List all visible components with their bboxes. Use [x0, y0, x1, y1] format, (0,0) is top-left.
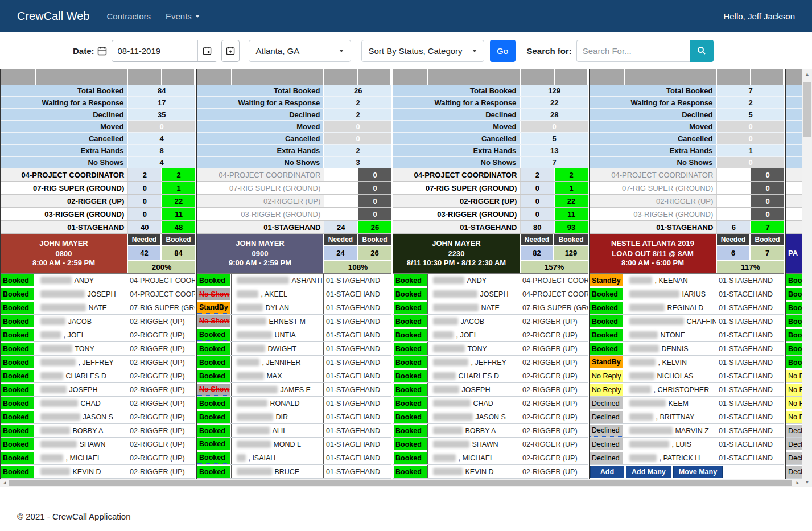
crew-status-badge[interactable]: Booked — [590, 329, 623, 341]
date-input[interactable] — [112, 46, 197, 56]
crew-status-badge[interactable]: Booked — [197, 370, 230, 382]
crew-status-badge[interactable]: Booked — [1, 411, 34, 423]
crew-status-badge[interactable]: Booked — [394, 288, 427, 300]
crew-status-badge[interactable]: Booked — [1, 343, 34, 355]
horizontal-scrollbar[interactable]: ◄ ► — [0, 479, 802, 487]
crew-status-badge[interactable]: Booked — [1, 466, 34, 478]
crew-status-badge[interactable]: Booked — [590, 343, 623, 355]
nav-link-contractors[interactable]: Contractors — [106, 11, 151, 21]
crew-status-badge[interactable]: Booked — [786, 329, 802, 341]
crew-status-badge[interactable]: Booked — [197, 438, 230, 450]
crew-status-badge[interactable]: Booked — [1, 356, 34, 368]
crew-status-badge[interactable]: Booked — [394, 370, 427, 382]
crew-status-badge[interactable]: Booked — [1, 302, 34, 314]
scroll-right-arrow-icon[interactable]: ► — [793, 480, 802, 485]
crew-status-badge[interactable]: No Show — [197, 384, 230, 396]
crew-status-badge[interactable]: Booked — [590, 315, 623, 327]
crew-status-badge[interactable]: Booked — [394, 329, 427, 341]
crew-status-badge[interactable]: Booked — [1, 452, 34, 464]
crew-status-badge[interactable]: Booked — [1, 370, 34, 382]
location-select[interactable]: Atlanta, GA — [249, 40, 351, 62]
crew-status-badge[interactable]: Booked — [197, 411, 230, 423]
search-input[interactable] — [576, 40, 690, 62]
crew-status-badge[interactable]: Booked — [786, 356, 802, 368]
crew-status-badge[interactable]: Booked — [1, 384, 34, 396]
crew-status-badge[interactable]: Booked — [394, 343, 427, 355]
event-title-link[interactable]: PA — [786, 234, 802, 273]
scroll-left-arrow-icon[interactable]: ◄ — [0, 480, 9, 485]
crew-status-badge[interactable]: Declined — [590, 425, 623, 437]
crew-status-badge[interactable]: Booked — [1, 438, 34, 450]
crew-status-badge[interactable]: Booked — [1, 425, 34, 437]
crew-status-badge[interactable]: Booked — [786, 343, 802, 355]
crew-status-badge[interactable]: Booked — [1, 288, 34, 300]
crew-status-badge[interactable]: Booked — [590, 302, 623, 314]
calendar-add-button[interactable] — [221, 40, 240, 62]
scroll-up-arrow-icon[interactable]: ▲ — [802, 72, 812, 77]
crew-status-badge[interactable]: Booked — [197, 274, 230, 286]
search-button[interactable] — [690, 40, 714, 62]
go-button[interactable]: Go — [490, 40, 516, 62]
crew-status-badge[interactable]: Booked — [394, 384, 427, 396]
crew-status-badge[interactable]: Booked — [1, 274, 34, 286]
crew-status-badge[interactable]: Booked — [786, 315, 802, 327]
crew-status-badge[interactable]: Booked — [197, 466, 230, 478]
crew-status-badge[interactable]: Booked — [394, 274, 427, 286]
crew-status-badge[interactable]: Booked — [394, 425, 427, 437]
crew-status-badge[interactable]: Booked — [197, 356, 230, 368]
crew-status-badge[interactable]: StandBy — [197, 302, 230, 314]
crew-status-badge[interactable]: Booked — [590, 288, 623, 300]
crew-status-badge[interactable]: No Reply — [590, 370, 623, 382]
crew-status-badge[interactable]: Booked — [786, 302, 802, 314]
crew-status-badge[interactable]: Booked — [786, 274, 802, 286]
crew-status-badge[interactable]: Booked — [394, 452, 427, 464]
crew-status-badge[interactable]: No Show — [197, 315, 230, 327]
crew-status-badge[interactable]: Declined — [786, 466, 802, 478]
event-title-link[interactable]: JOHN MAYER09009:00 AM - 2:59 PM — [197, 234, 324, 273]
crew-status-badge[interactable]: Booked — [394, 356, 427, 368]
crew-status-badge[interactable]: No Reply — [786, 384, 802, 396]
crew-status-badge[interactable]: Booked — [1, 329, 34, 341]
crew-status-badge[interactable]: Booked — [1, 315, 34, 327]
crew-status-badge[interactable]: No Reply — [786, 411, 802, 423]
crew-status-badge[interactable]: Booked — [197, 343, 230, 355]
crew-status-badge[interactable]: Booked — [394, 315, 427, 327]
crew-status-badge[interactable]: Booked — [197, 425, 230, 437]
add-button[interactable]: Add — [590, 466, 624, 478]
crew-status-badge[interactable]: Booked — [197, 397, 230, 409]
crew-status-badge[interactable]: StandBy — [590, 274, 623, 286]
event-title-link[interactable]: NESTLE ATLANTA 2019LOAD OUT 8/11 @ 8AM8:… — [590, 234, 717, 273]
vertical-scrollbar[interactable]: ▲ ▼ — [802, 69, 812, 487]
add-many-button[interactable]: Add Many — [626, 466, 671, 478]
nav-link-events[interactable]: Events — [166, 11, 200, 21]
scroll-down-arrow-icon[interactable]: ▼ — [802, 480, 812, 485]
crew-status-badge[interactable]: Declined — [590, 438, 623, 450]
crew-status-badge[interactable]: Booked — [394, 302, 427, 314]
crew-status-badge[interactable]: Declined — [786, 452, 802, 464]
crew-status-badge[interactable]: Declined — [590, 452, 623, 464]
event-title-link[interactable]: JOHN MAYER22308/11 10:30 PM - 8/12 2:30 … — [393, 234, 521, 273]
crew-status-badge[interactable]: Declined — [786, 425, 802, 437]
crew-status-badge[interactable]: Booked — [1, 397, 34, 409]
crew-status-badge[interactable]: No Show — [197, 288, 230, 300]
crew-status-badge[interactable]: Booked — [197, 452, 230, 464]
crew-status-badge[interactable]: StandBy — [590, 356, 623, 368]
crew-status-badge[interactable]: Booked — [394, 466, 427, 478]
crew-status-badge[interactable]: No Reply — [786, 370, 802, 382]
crew-status-badge[interactable]: No Reply — [786, 397, 802, 409]
crew-status-badge[interactable]: Booked — [197, 329, 230, 341]
crew-status-badge[interactable]: Booked — [394, 438, 427, 450]
hscroll-thumb[interactable] — [9, 480, 792, 486]
crew-status-badge[interactable]: Declined — [590, 411, 623, 423]
sort-select[interactable]: Sort By Status, Category — [361, 40, 484, 62]
crew-status-badge[interactable]: Booked — [394, 397, 427, 409]
move-many-button[interactable]: Move Many — [673, 466, 723, 478]
vscroll-thumb[interactable] — [803, 82, 811, 137]
crew-status-badge[interactable]: Declined — [590, 397, 623, 409]
crew-status-badge[interactable]: Booked — [786, 288, 802, 300]
crew-status-badge[interactable]: Booked — [394, 411, 427, 423]
calendar-picker-button[interactable] — [197, 40, 217, 61]
crew-status-badge[interactable]: No Reply — [590, 384, 623, 396]
app-brand[interactable]: CrewCall Web — [17, 10, 89, 23]
crew-status-badge[interactable]: Declined — [786, 438, 802, 450]
